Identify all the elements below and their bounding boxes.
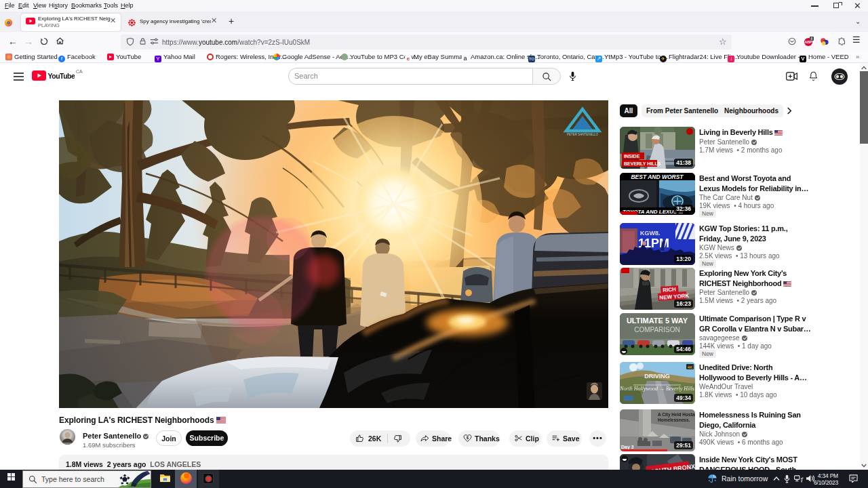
svg-text:INSIDE: INSIDE bbox=[624, 154, 640, 159]
svg-text:8: 8 bbox=[810, 37, 812, 41]
svg-text:RICH: RICH bbox=[663, 286, 676, 293]
svg-text:COMPARISON: COMPARISON bbox=[634, 326, 680, 333]
svg-text:BEVERLY HILLS: BEVERLY HILLS bbox=[624, 161, 661, 166]
svg-text:ULTIMATE 5 WAY: ULTIMATE 5 WAY bbox=[627, 317, 688, 325]
svg-text:YouTube: YouTube bbox=[48, 72, 75, 80]
svg-text:Day 3: Day 3 bbox=[621, 445, 634, 450]
svg-text:A City Held Hostage By: A City Held Hostage By bbox=[658, 412, 695, 418]
svg-text:$: $ bbox=[467, 436, 469, 440]
svg-text:Homelessness.: Homelessness. bbox=[658, 418, 690, 422]
svg-text:North Hollywood → Beverly Hill: North Hollywood → Beverly Hills bbox=[620, 386, 694, 392]
svg-text:DRIVING: DRIVING bbox=[644, 373, 670, 380]
svg-text:4K: 4K bbox=[688, 365, 692, 369]
svg-text:KGW8.: KGW8. bbox=[640, 230, 660, 237]
svg-text:PETER SANTENELLO: PETER SANTENELLO bbox=[567, 133, 599, 136]
svg-text:ABP: ABP bbox=[805, 40, 812, 44]
svg-text:BEST AND WORST: BEST AND WORST bbox=[631, 174, 684, 180]
